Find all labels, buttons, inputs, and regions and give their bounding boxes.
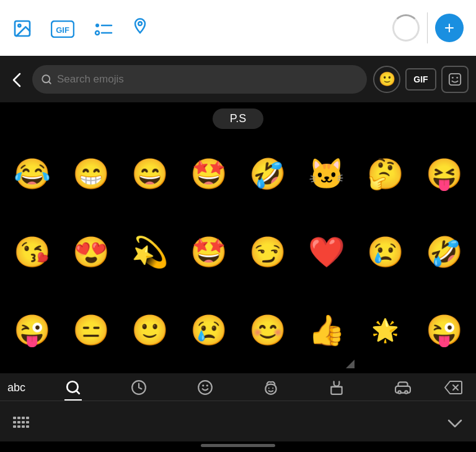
emoji-cell[interactable]: 😘: [4, 215, 60, 290]
emoji-cell[interactable]: 🤩: [180, 215, 237, 290]
svg-rect-34: [22, 421, 25, 423]
svg-point-24: [398, 391, 400, 393]
emoji-cell[interactable]: 😜: [4, 293, 60, 368]
emoji-cell[interactable]: 😁: [63, 136, 119, 212]
emoji-cell[interactable]: 🤩: [180, 136, 237, 212]
emoji-cell[interactable]: 😢: [180, 293, 237, 368]
emoji-cell[interactable]: 😜: [416, 293, 472, 368]
emoji-cell[interactable]: 😏: [239, 215, 296, 290]
svg-point-13: [456, 76, 458, 78]
emoji-cell-thumbsup[interactable]: 👍: [298, 293, 355, 368]
loading-indicator: [392, 14, 420, 42]
emoji-cell[interactable]: 😄: [121, 136, 178, 212]
svg-point-17: [198, 381, 212, 394]
emoji-cell[interactable]: 🤔: [357, 136, 413, 212]
emoji-cell[interactable]: ❤️: [298, 215, 355, 290]
svg-point-25: [405, 391, 407, 393]
svg-rect-29: [17, 417, 20, 419]
svg-line-10: [48, 82, 50, 84]
emoji-cell[interactable]: 🤣: [416, 215, 472, 290]
svg-rect-28: [13, 417, 16, 419]
emoji-cell[interactable]: 💫: [121, 215, 178, 290]
back-button[interactable]: [7, 66, 26, 92]
add-button[interactable]: +: [435, 14, 464, 42]
svg-line-15: [76, 391, 79, 394]
drag-handle: [201, 444, 275, 447]
search-area: 🙂 GIF: [0, 56, 476, 102]
toolbar-right-icons: +: [392, 12, 464, 43]
emoji-tab-button[interactable]: 🙂: [373, 66, 400, 93]
svg-text:GIF: GIF: [56, 25, 69, 35]
ps-area: P.S: [0, 102, 476, 131]
search-right-icons: 🙂 GIF: [373, 66, 469, 93]
svg-point-6: [95, 31, 99, 35]
emoji-cell[interactable]: 😂: [4, 136, 60, 212]
keyboard-category-row: abc: [0, 373, 476, 401]
emoji-cell[interactable]: 😊: [239, 293, 296, 368]
keyboard-collapse-button[interactable]: [446, 415, 464, 431]
keyboard-recent-tab[interactable]: [108, 379, 170, 396]
emoji-cell[interactable]: 😑: [63, 293, 119, 368]
svg-point-1: [18, 24, 20, 27]
emoji-cell[interactable]: 😝: [416, 136, 472, 212]
search-input[interactable]: [57, 73, 358, 86]
svg-rect-39: [26, 425, 29, 428]
svg-rect-11: [449, 73, 461, 84]
keyboard-food-tab[interactable]: [306, 379, 368, 396]
svg-point-20: [268, 388, 270, 389]
gif-tab-button[interactable]: GIF: [405, 68, 436, 91]
svg-point-4: [95, 24, 99, 27]
abc-button[interactable]: abc: [7, 381, 38, 394]
emoji-cell[interactable]: 😍: [63, 215, 119, 290]
toolbar-divider: [427, 12, 428, 43]
search-icon: [41, 73, 52, 86]
emoji-grid: 😂 😁 😄 🤩 🤣 🐱 🤔 😝 😘 😍 💫 🤩 😏 ❤️ 😢 🤣 😜 😑 🙂 😢…: [0, 131, 476, 373]
bottom-handle: [0, 441, 476, 452]
delete-button[interactable]: [438, 379, 469, 396]
keyboard-grid-button[interactable]: [12, 414, 30, 430]
svg-rect-35: [26, 421, 29, 423]
emoji-cell[interactable]: 🐱: [298, 136, 355, 212]
sticker-tab-button[interactable]: [441, 66, 469, 93]
svg-rect-36: [13, 425, 16, 428]
emoji-cell[interactable]: 🤣: [239, 136, 296, 212]
keyboard-emoji-tab[interactable]: [174, 379, 236, 396]
options-icon[interactable]: [93, 18, 113, 38]
svg-point-8: [138, 22, 142, 26]
keyboard-travel-tab[interactable]: [372, 379, 434, 396]
ps-badge: P.S: [213, 109, 264, 129]
top-toolbar: GIF +: [0, 0, 476, 56]
keyboard-bottom: abc: [0, 373, 476, 441]
search-input-wrap[interactable]: [32, 65, 367, 94]
keyboard-animals-tab[interactable]: [240, 379, 302, 396]
emoji-cell[interactable]: 🌟: [357, 293, 413, 368]
svg-point-21: [272, 388, 273, 389]
keyboard-search-tab[interactable]: [42, 379, 104, 396]
location-icon[interactable]: [131, 17, 149, 39]
toolbar-left-icons: GIF: [12, 17, 149, 39]
svg-rect-22: [332, 387, 342, 394]
svg-rect-37: [17, 425, 20, 428]
svg-rect-31: [26, 417, 29, 419]
svg-rect-33: [17, 421, 20, 423]
svg-rect-32: [13, 421, 16, 423]
svg-rect-38: [22, 425, 25, 428]
emoji-cell[interactable]: 🙂: [121, 293, 178, 368]
svg-rect-30: [22, 417, 25, 419]
image-icon[interactable]: [12, 17, 32, 38]
gif-icon[interactable]: GIF: [51, 18, 74, 38]
svg-point-12: [452, 76, 454, 78]
keyboard-bottom-row: [0, 401, 476, 441]
emoji-cell[interactable]: 😢: [357, 215, 413, 290]
